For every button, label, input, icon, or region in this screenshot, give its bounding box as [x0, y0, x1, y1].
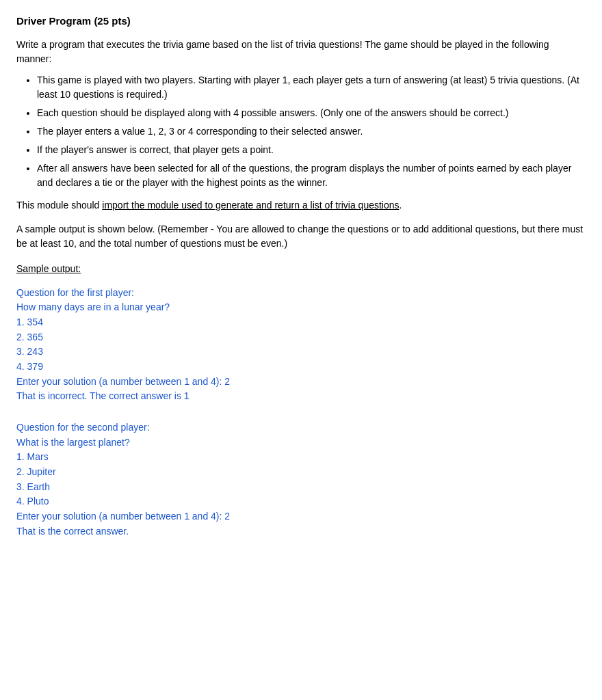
sample-output-label: Sample output:	[16, 262, 586, 276]
output-line-1-0: Question for the first player:	[16, 286, 586, 301]
bullet-item-5: After all answers have been selected for…	[37, 161, 586, 190]
output-line-2-1: What is the largest planet?	[16, 435, 586, 450]
output-line-2-5: 4. Pluto	[16, 494, 586, 509]
bullet-item-2: Each question should be displayed along …	[37, 106, 586, 120]
block-spacer	[16, 415, 586, 420]
output-line-2-6: Enter your solution (a number between 1 …	[16, 509, 586, 524]
page-container: Driver Program (25 pts) Write a program …	[16, 14, 586, 539]
intro-paragraph: Write a program that executes the trivia…	[16, 38, 586, 66]
output-line-1-4: 3. 243	[16, 345, 586, 360]
bullet-item-1: This game is played with two players. St…	[37, 73, 586, 102]
output-line-1-7: That is incorrect. The correct answer is…	[16, 389, 586, 404]
output-line-2-2: 1. Mars	[16, 450, 586, 465]
section-title: Driver Program (25 pts)	[16, 14, 586, 29]
output-line-2-0: Question for the second player:	[16, 420, 586, 435]
bullet-item-4: If the player's answer is correct, that …	[37, 143, 586, 157]
output-line-1-1: How many days are in a lunar year?	[16, 300, 586, 315]
import-prefix: This module should	[16, 200, 102, 211]
output-line-1-2: 1. 354	[16, 315, 586, 330]
import-paragraph: This module should import the module use…	[16, 198, 586, 213]
import-link: import the module used to generate and r…	[102, 200, 399, 211]
output-line-1-5: 4. 379	[16, 360, 586, 375]
import-suffix: .	[400, 200, 402, 211]
output-block-2: Question for the second player: What is …	[16, 420, 586, 539]
output-line-1-6: Enter your solution (a number between 1 …	[16, 375, 586, 390]
output-line-2-3: 2. Jupiter	[16, 465, 586, 480]
bullet-item-3: The player enters a value 1, 2, 3 or 4 c…	[37, 124, 586, 139]
output-line-1-3: 2. 365	[16, 330, 586, 345]
output-line-2-4: 3. Earth	[16, 480, 586, 495]
output-line-2-7: That is the correct answer.	[16, 524, 586, 539]
sample-note: A sample output is shown below. (Remembe…	[16, 222, 586, 251]
bullet-list: This game is played with two players. St…	[37, 73, 586, 190]
output-block-1: Question for the first player: How many …	[16, 286, 586, 405]
